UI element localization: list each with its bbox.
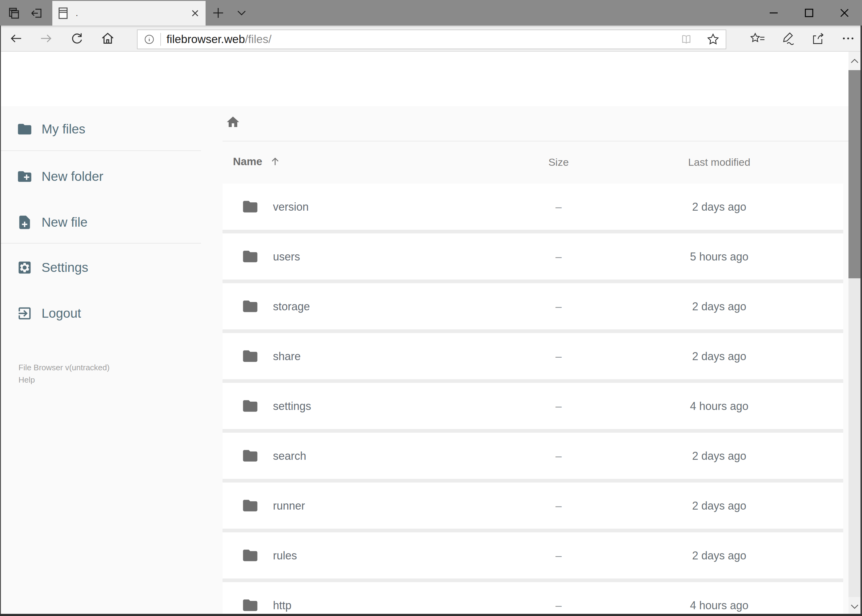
file-row[interactable]: http – 4 hours ago [222,582,843,616]
title-bar: . [0,0,862,25]
app-version-text: File Browser v(untracked) [19,363,110,371]
settings-icon [17,259,33,275]
hub-star-icon [750,31,766,46]
forward-button[interactable] [35,25,57,51]
scroll-up-button[interactable] [848,52,860,71]
sidebar-divider [0,150,201,151]
file-modified: 4 hours ago [673,400,765,413]
new-tab-button[interactable] [208,0,229,25]
help-link[interactable]: Help [19,376,35,384]
tab-preview-icon [7,6,20,20]
sidebar-item-label: New file [41,215,87,230]
add-favorite-star-icon[interactable] [706,32,720,46]
file-listing-area: Name Size Last modified version – 2 days… [222,106,848,616]
file-row[interactable]: search – 2 days ago [222,433,843,479]
more-dots-icon [840,32,856,45]
sidebar-item-new-folder[interactable]: New folder [0,165,216,188]
file-name: runner [273,500,305,512]
file-size: – [528,201,589,214]
file-size: – [528,549,589,562]
site-info-icon[interactable] [143,33,155,46]
file-row[interactable]: share – 2 days ago [222,333,843,379]
file-size: – [528,250,589,263]
window-controls [756,0,862,25]
filebrowser-header [0,52,862,106]
vertical-scrollbar[interactable] [848,52,860,616]
sidebar-divider [0,243,201,244]
file-row[interactable]: runner – 2 days ago [222,482,843,529]
folder-icon [241,547,259,564]
pen-icon [780,31,796,46]
navbar-actions [748,25,858,51]
sidebar-item-label: Logout [41,306,81,321]
sidebar-item-settings[interactable]: Settings [0,256,216,279]
refresh-button[interactable] [66,25,88,51]
create-new-folder-icon [17,168,33,184]
column-header-modified[interactable]: Last modified [673,156,765,168]
file-row[interactable]: settings – 4 hours ago [222,383,843,429]
file-rows: version – 2 days ago users – 5 hours ago… [222,184,843,616]
sidebar: My files New folder New file Settings [0,106,222,616]
file-size: – [528,350,589,363]
breadcrumb-home-button[interactable] [224,113,242,131]
column-header-size[interactable]: Size [528,156,589,168]
scroll-down-button[interactable] [848,597,860,616]
sidebar-item-label: Settings [41,260,88,275]
web-notes-button[interactable] [778,28,797,49]
file-size: – [528,300,589,313]
back-icon [9,31,23,46]
back-button[interactable] [5,25,27,51]
reading-view-icon[interactable] [679,33,694,46]
address-separator [160,33,161,46]
file-size: – [528,500,589,512]
browser-navbar: filebrowser.web/files/ [0,25,862,52]
forward-icon [39,31,53,46]
folder-icon [241,597,259,614]
plus-icon [212,7,224,19]
file-row[interactable]: users – 5 hours ago [222,233,843,280]
set-tabs-aside-icon [30,6,43,20]
file-name: rules [273,549,297,562]
file-row[interactable]: storage – 2 days ago [222,283,843,329]
close-tab-icon[interactable] [191,9,199,17]
browser-tab[interactable]: . [52,1,206,25]
browser-window: . [0,0,862,616]
close-window-button[interactable] [827,0,862,25]
file-modified: 2 days ago [673,201,765,214]
sidebar-item-my-files[interactable]: My files [0,118,216,141]
logout-icon [17,305,33,321]
address-bar[interactable]: filebrowser.web/files/ [137,30,726,49]
file-row[interactable]: version – 2 days ago [222,184,843,230]
sidebar-item-label: New folder [41,169,103,184]
folder-icon [241,497,259,514]
folder-icon [17,121,33,137]
page-icon [58,7,68,19]
sidebar-item-new-file[interactable]: New file [0,211,216,234]
url-host: filebrowser.web [167,33,245,46]
tab-preview-button[interactable] [4,0,24,25]
file-modified: 2 days ago [673,500,765,512]
maximize-icon [804,8,814,17]
more-options-button[interactable] [838,28,858,49]
file-name: share [273,350,301,363]
set-tabs-aside-button[interactable] [27,0,47,25]
home-breadcrumb-icon [225,115,240,129]
scrollbar-thumb[interactable] [848,70,860,278]
share-button[interactable] [808,28,827,49]
home-button[interactable] [97,25,119,51]
favorites-hub-button[interactable] [748,28,767,49]
url-text: filebrowser.web/files/ [167,33,271,46]
file-name: version [273,201,309,214]
file-row[interactable]: rules – 2 days ago [222,532,843,578]
sidebar-item-logout[interactable]: Logout [0,302,216,325]
file-modified: 2 days ago [673,549,765,562]
maximize-button[interactable] [791,0,827,25]
tab-list-button[interactable] [232,0,252,25]
tab-title: . [76,9,191,17]
url-path: /files/ [245,33,271,46]
folder-icon [241,447,259,464]
file-size: – [528,400,589,413]
column-header-name[interactable]: Name [233,155,281,168]
sidebar-item-label: My files [41,122,85,137]
minimize-button[interactable] [756,0,791,25]
